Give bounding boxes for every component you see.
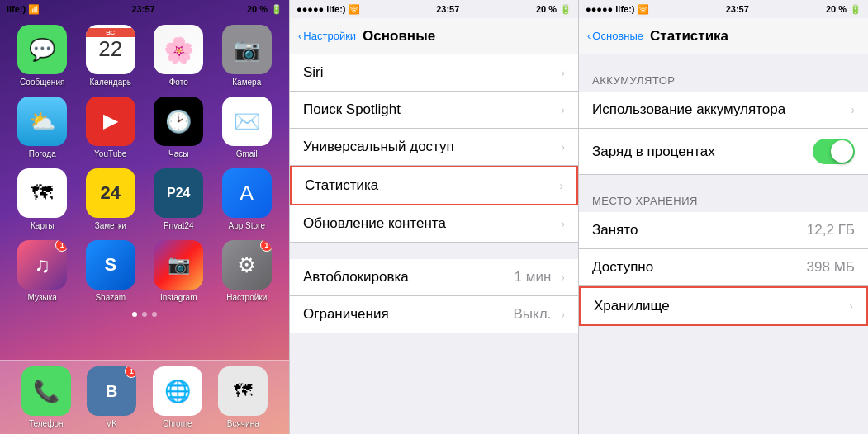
available-item: Доступно 398 МБ <box>579 249 868 286</box>
instagram-icon: 📷 <box>154 240 203 290</box>
chrome-icon: 🌐 <box>153 366 202 416</box>
clock-icon: 🕑 <box>154 97 203 146</box>
gmail-icon: ✉️ <box>222 97 272 146</box>
dock-phone[interactable]: 📞 Телефон <box>21 366 71 428</box>
settings-icon: ⚙ 1 <box>222 240 272 290</box>
autolock-chevron: › <box>561 271 565 284</box>
dock-chrome[interactable]: 🌐 Chrome <box>153 366 202 428</box>
settings-list-2: Siri › Поиск Spotlight › Универсальный д… <box>290 54 578 333</box>
gmail-label: Gmail <box>236 149 258 158</box>
siri-chevron: › <box>561 66 565 79</box>
settings-label: Настройки <box>226 293 267 302</box>
calendar-label: Календарь <box>90 78 131 87</box>
battery-2: 20 % <box>536 4 557 14</box>
carrier-3: ●●●●● life:) 🛜 <box>586 4 649 15</box>
app-messages[interactable]: 💬 Сообщения <box>13 25 72 87</box>
toggle-knob <box>831 140 853 163</box>
messages-icon: 💬 <box>17 25 67 74</box>
statistics-item[interactable]: Статистика › <box>290 166 578 205</box>
status-bar-3: ●●●●● life:) 🛜 23:57 20 % 🔋 <box>579 0 868 18</box>
battery-percent-toggle[interactable] <box>813 139 855 164</box>
app-settings[interactable]: ⚙ 1 Настройки <box>218 240 277 302</box>
app-gmail[interactable]: ✉️ Gmail <box>218 97 277 158</box>
app-appstore[interactable]: A App Store <box>218 168 277 230</box>
vk-label: VK <box>107 419 117 428</box>
weather-label: Погода <box>29 149 56 158</box>
app-privat24[interactable]: P24 Privat24 <box>149 168 208 230</box>
dock-maps2[interactable]: 🗺 Всячина <box>218 366 268 428</box>
storage-section-list: Занято 12,2 ГБ Доступно 398 МБ Хранилище… <box>579 212 868 326</box>
occupied-item: Занято 12,2 ГБ <box>579 212 868 249</box>
app-notes[interactable]: 24 Заметки <box>82 168 140 230</box>
maps-icon: 🗺 <box>17 168 67 218</box>
dock-vk[interactable]: В 1 VK <box>87 366 136 428</box>
storage-section-header: МЕСТО ХРАНЕНИЯ <box>579 175 868 212</box>
battery-pct: 20 % <box>247 4 268 14</box>
restrictions-item[interactable]: Ограничения Выкл. › <box>290 296 578 333</box>
youtube-label: YouTube <box>94 149 126 158</box>
app-shazam[interactable]: S Shazam <box>82 240 140 302</box>
page-dot-2 <box>142 312 147 317</box>
camera-label: Камера <box>232 78 261 87</box>
youtube-icon: ▶ <box>86 97 135 146</box>
phone-icon: 📞 <box>21 366 71 416</box>
app-grid: 💬 Сообщения ВС 22 Календарь 🌸 Фото 📷 Кам… <box>0 18 289 309</box>
status-bar: life:) 📶 23:57 20 % 🔋 <box>0 0 289 18</box>
app-music[interactable]: ♫ 1 Музыка <box>13 240 72 302</box>
app-instagram[interactable]: 📷 Instagram <box>149 240 208 302</box>
status-right-2: 20 % 🔋 <box>536 4 572 15</box>
back-button-3[interactable]: ‹ Основные <box>587 30 643 42</box>
battery-usage-label: Использование аккумулятора <box>592 101 785 118</box>
battery-icon-2: 🔋 <box>560 4 572 15</box>
storage-item[interactable]: Хранилище › <box>579 286 868 326</box>
spotlight-item[interactable]: Поиск Spotlight › <box>290 92 578 129</box>
settings-badge: 1 <box>260 240 272 252</box>
shazam-label: Shazam <box>95 293 126 302</box>
siri-label: Siri <box>303 64 324 81</box>
vk-icon: В 1 <box>87 366 136 416</box>
siri-item[interactable]: Siri › <box>290 54 578 92</box>
home-screen: life:) 📶 23:57 20 % 🔋 💬 Сообщения ВС 22 … <box>0 0 289 434</box>
weather-icon: ⛅ <box>17 97 67 146</box>
app-youtube[interactable]: ▶ YouTube <box>82 97 140 158</box>
app-clock[interactable]: 🕑 Часы <box>149 97 208 158</box>
privat24-label: Privat24 <box>164 221 194 230</box>
battery-icon: 🔋 <box>271 4 282 15</box>
battery-section-list: Использование аккумулятора › Заряд в про… <box>579 92 868 175</box>
vk-badge: 1 <box>125 366 136 378</box>
calendar-icon: ВС 22 <box>86 25 135 74</box>
page-dot-1 <box>132 312 137 317</box>
battery-percent-item[interactable]: Заряд в процентах <box>579 129 868 175</box>
music-label: Музыка <box>28 293 57 302</box>
nav-bar-3: ‹ Основные Статистика <box>579 18 868 54</box>
appstore-label: App Store <box>229 221 265 230</box>
autolock-value: 1 мин <box>515 269 552 285</box>
accessibility-item[interactable]: Универсальный доступ › <box>290 129 578 166</box>
app-camera[interactable]: 📷 Камера <box>218 25 277 87</box>
nav-title-2: Основные <box>363 28 435 45</box>
time-2: 23:57 <box>436 4 459 14</box>
carrier-2: ●●●●● life:) 🛜 <box>296 4 360 15</box>
battery-usage-item[interactable]: Использование аккумулятора › <box>579 92 868 129</box>
messages-label: Сообщения <box>20 78 64 87</box>
camera-icon: 📷 <box>222 25 272 74</box>
content-update-item[interactable]: Обновление контента › <box>290 205 578 243</box>
autolock-item[interactable]: Автоблокировка 1 мин › <box>290 259 578 296</box>
app-photos[interactable]: 🌸 Фото <box>149 25 208 87</box>
app-calendar[interactable]: ВС 22 Календарь <box>82 25 140 87</box>
chrome-label: Chrome <box>163 419 192 428</box>
nav-title-3: Статистика <box>650 28 728 45</box>
carrier: life:) <box>7 4 26 14</box>
back-button-2[interactable]: ‹ Настройки <box>298 30 356 42</box>
clock-label: Часы <box>168 149 188 158</box>
autolock-label: Автоблокировка <box>303 269 409 285</box>
app-weather[interactable]: ⛅ Погода <box>13 97 72 158</box>
back-label-3: Основные <box>592 30 643 42</box>
app-maps[interactable]: 🗺 Карты <box>13 168 72 230</box>
spotlight-label: Поиск Spotlight <box>303 101 401 118</box>
statistics-label: Статистика <box>305 177 378 194</box>
available-label: Доступно <box>592 259 653 276</box>
battery-icon-3: 🔋 <box>850 4 861 15</box>
wifi-icon: 📶 <box>28 4 40 15</box>
accessibility-label: Универсальный доступ <box>303 139 454 155</box>
